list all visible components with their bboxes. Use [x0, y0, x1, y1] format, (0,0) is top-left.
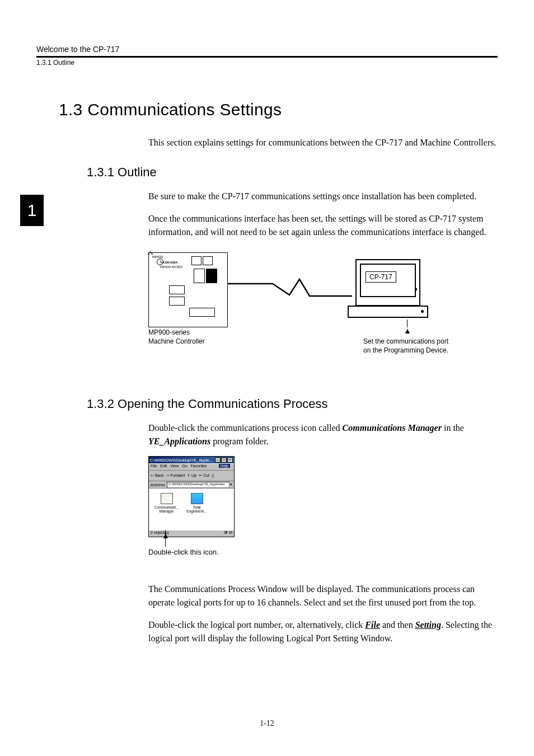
sub1-p1: Be sure to make the CP-717 communication… [148, 190, 498, 203]
up-arrow-icon: ▲ [404, 326, 411, 335]
sub2-p2: The Communications Process Window will b… [148, 583, 498, 609]
sub2-p3: Double-click the logical port number, or… [148, 618, 498, 645]
menu-go: Go [182, 464, 187, 468]
address-label: Address [151, 483, 165, 487]
icon2-l1: Total [193, 505, 201, 509]
connection-zigzag-icon [228, 278, 352, 300]
sub2-p3-prefix: Double-click the logical port number, or… [148, 620, 365, 630]
screenshot-caption: Double-click this icon. [148, 548, 219, 556]
sub2-p1-bold2: YE_Applications [148, 436, 210, 446]
window-title: C:\WINDOWS\Desktop\YE_Applic... [150, 458, 213, 462]
icon-communications-manager: Communicati... Manager [154, 493, 179, 525]
diagram-right-caption: Set the communications port on the Progr… [355, 337, 456, 355]
page-number: 1-12 [0, 719, 534, 728]
menu-favorites: Favorites [191, 464, 207, 468]
diagram-left-caption-l1: MP900-series [148, 328, 190, 336]
menu-edit: Edit [160, 464, 167, 468]
sub1-p2: Once the communications interface has be… [148, 212, 498, 239]
diagram-right-caption-l1: Set the communications port [363, 337, 448, 345]
chapter-tab: 1 [20, 195, 44, 226]
pc-base [348, 306, 428, 318]
address-bar: Address C:\WINDOWS\Desktop\YE_Applicatio… [149, 481, 234, 489]
tb-up: ⇧ Up [187, 473, 196, 478]
maximize-icon: □ [221, 457, 227, 463]
icon1-l2: Manager [160, 509, 174, 513]
client-area: Communicati... Manager Total Engineerin.… [149, 489, 234, 530]
icon1-l1: Communicati... [154, 505, 179, 509]
diagram-left-caption: MP900-series Machine Controller [148, 328, 205, 346]
subsection-1-heading: 1.3.1 Outline [87, 165, 498, 180]
menu-help: Help [219, 464, 230, 468]
tb-forward: ⇨ Forward [166, 473, 185, 478]
screenshot: C:\WINDOWS\Desktop\YE_Applic... _ □ × Fi… [148, 456, 498, 574]
sub2-p1-prefix: Double-click the communications process … [148, 423, 343, 433]
diagram-right-caption-l2: on the Programming Device. [363, 346, 448, 354]
diagram-left-caption-l2: Machine Controller [148, 337, 205, 345]
toolbar: ⇦ Back ⇨ Forward ⇧ Up ✂ Cut C [149, 471, 234, 481]
icon-total-engineering: Total Engineerin... [186, 493, 207, 525]
tb-copy: C [212, 474, 214, 478]
subsection-2-heading: 1.3.2 Opening the Communications Process [87, 397, 498, 411]
pc-label: CP-717 [366, 271, 396, 283]
controller-top-label: MP930 [152, 255, 163, 259]
explorer-window: C:\WINDOWS\Desktop\YE_Applic... _ □ × Fi… [148, 456, 235, 537]
sub2-p3-file: File [365, 620, 380, 630]
address-dropdown-icon: ▾ [230, 482, 232, 487]
section-intro: This section explains settings for commu… [148, 136, 498, 149]
close-icon: × [227, 457, 233, 463]
controller-model: MP930 MC350 [160, 265, 182, 269]
running-subhead: 1.3.1 Outline [36, 59, 498, 67]
minimize-icon: _ [215, 457, 221, 463]
comm-manager-icon [161, 493, 173, 504]
controller-outline: MP930 YASKAWA MP930 MC350 ? [148, 252, 228, 327]
sub2-p1: Double-click the communications process … [148, 421, 498, 448]
address-field: C:\WINDOWS\Desktop\YE_Applicatio [167, 482, 229, 488]
sub2-p3-setting: Setting [415, 620, 441, 630]
window-titlebar: C:\WINDOWS\Desktop\YE_Applic... _ □ × [149, 457, 234, 463]
status-right: 🖳 M [224, 530, 232, 537]
diagram: MP930 YASKAWA MP930 MC350 ? CP-717 MP900… [148, 252, 498, 364]
menu-file: File [151, 464, 157, 468]
icon2-l2: Engineerin... [186, 509, 207, 513]
menu-view: View [170, 464, 179, 468]
sub2-p1-bold1: Communications Manager [343, 423, 442, 433]
sub2-p3-mid: and then [380, 620, 415, 630]
tb-back: ⇦ Back [151, 473, 164, 478]
tb-cut: ✂ Cut [199, 473, 209, 478]
running-head: Welcome to the CP-717 [36, 45, 498, 58]
sub2-p1-mid: in the [442, 423, 464, 433]
menubar: File Edit View Go Favorites Help [149, 463, 234, 471]
total-eng-icon [191, 493, 203, 504]
section-title: 1.3 Communications Settings [59, 100, 498, 119]
sub2-p1-suffix: program folder. [210, 436, 269, 446]
